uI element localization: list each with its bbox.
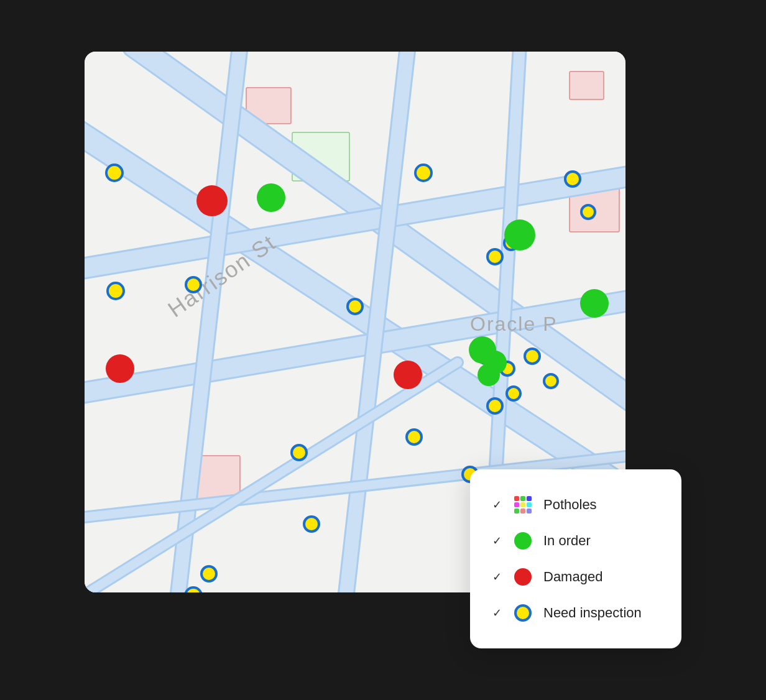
need-inspection-label: Need inspection	[543, 605, 642, 621]
marker-need-inspection[interactable]	[346, 298, 364, 315]
marker-damaged[interactable]	[394, 361, 422, 389]
marker-need-inspection[interactable]	[414, 163, 433, 182]
potholes-label: Potholes	[543, 497, 597, 513]
damaged-label: Damaged	[543, 569, 602, 585]
grid-cell	[514, 509, 519, 513]
grid-cell	[527, 496, 532, 501]
marker-need-inspection[interactable]	[405, 428, 423, 446]
green-circle	[514, 532, 532, 550]
marker-in-order[interactable]	[580, 289, 609, 318]
grid-cell	[527, 502, 532, 507]
legend-panel: ✓ Potholes ✓	[470, 469, 681, 648]
grid-cell	[514, 502, 519, 507]
marker-need-inspection[interactable]	[486, 248, 504, 265]
potholes-icon	[514, 495, 532, 514]
marker-in-order[interactable]	[478, 364, 500, 386]
grid-cell	[520, 502, 525, 507]
main-container: Harrison St Oracle P	[85, 52, 681, 648]
marker-need-inspection[interactable]	[106, 282, 125, 300]
legend-item-potholes[interactable]: ✓ Potholes	[492, 487, 659, 523]
grid-cell	[527, 509, 532, 513]
marker-need-inspection[interactable]	[200, 565, 218, 583]
marker-need-inspection[interactable]	[185, 276, 202, 293]
marker-in-order[interactable]	[257, 183, 285, 212]
marker-need-inspection[interactable]	[486, 397, 504, 415]
in-order-label: In order	[543, 533, 591, 549]
grid-cell	[520, 496, 525, 501]
potholes-check: ✓	[492, 498, 502, 512]
yellow-circle-blue-border	[514, 604, 532, 622]
marker-need-inspection[interactable]	[505, 385, 522, 402]
legend-item-in-order[interactable]: ✓ In order	[492, 523, 659, 559]
marker-need-inspection[interactable]	[580, 204, 596, 220]
marker-need-inspection[interactable]	[564, 170, 581, 188]
red-circle	[514, 568, 532, 586]
damaged-icon	[514, 568, 532, 586]
svg-rect-2	[570, 71, 604, 99]
grid-cell	[514, 496, 519, 501]
marker-need-inspection[interactable]	[303, 515, 320, 533]
marker-damaged[interactable]	[196, 185, 228, 216]
pothole-grid	[514, 496, 532, 513]
marker-need-inspection[interactable]	[524, 348, 541, 365]
marker-need-inspection[interactable]	[105, 163, 124, 182]
in-order-icon	[514, 532, 532, 550]
damaged-check: ✓	[492, 570, 502, 584]
marker-need-inspection[interactable]	[543, 373, 559, 389]
grid-cell	[520, 509, 525, 513]
marker-in-order[interactable]	[504, 219, 535, 251]
legend-item-need-inspection[interactable]: ✓ Need inspection	[492, 595, 659, 631]
need-inspection-check: ✓	[492, 606, 502, 620]
legend-item-damaged[interactable]: ✓ Damaged	[492, 559, 659, 595]
marker-damaged[interactable]	[106, 354, 134, 383]
in-order-check: ✓	[492, 534, 502, 548]
marker-need-inspection[interactable]	[290, 444, 308, 461]
need-inspection-icon	[514, 604, 532, 622]
